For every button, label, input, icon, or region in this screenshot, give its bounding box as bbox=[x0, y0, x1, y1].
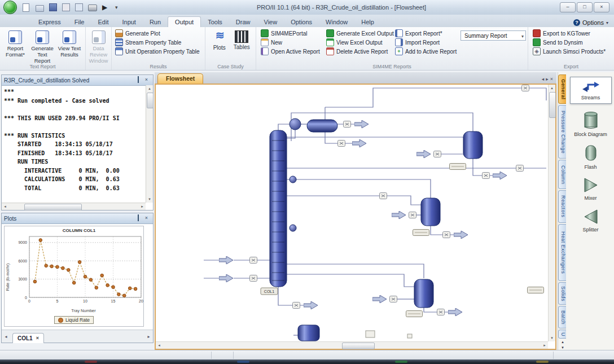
tab-help[interactable]: Help bbox=[354, 17, 381, 27]
fs-scroll-left-icon[interactable]: ◂ bbox=[156, 342, 163, 349]
flowsheet-vertical-scrollbar[interactable]: ▴ ▾ bbox=[548, 85, 555, 341]
mdi-close-icon[interactable]: × bbox=[550, 76, 553, 82]
save-icon[interactable] bbox=[49, 3, 57, 11]
import-report-button[interactable]: Import Report bbox=[395, 38, 457, 46]
generate-text-report-button[interactable]: Generate Text Report bbox=[29, 29, 55, 64]
add-to-active-report-button[interactable]: + Add to Active Report bbox=[395, 47, 457, 55]
small-unit-2[interactable] bbox=[407, 334, 412, 338]
print-icon[interactable] bbox=[88, 5, 97, 11]
palette-item-flash[interactable]: Flash bbox=[571, 144, 611, 170]
tables-button[interactable]: Tables bbox=[233, 29, 252, 51]
tab-output[interactable]: Output bbox=[168, 16, 201, 27]
flowsheet-canvas[interactable]: COL1 bbox=[156, 85, 548, 341]
side-stripper-1[interactable] bbox=[463, 131, 483, 159]
plots-close-icon[interactable]: × bbox=[142, 214, 151, 222]
scroll-down-icon[interactable]: ▾ bbox=[146, 196, 153, 203]
new-file-icon[interactable] bbox=[23, 3, 29, 12]
export-report-button[interactable]: Export Report* bbox=[395, 29, 457, 37]
tab-options[interactable]: Options bbox=[284, 17, 319, 27]
delete-active-report-button[interactable]: Delete Active Report bbox=[326, 47, 394, 55]
plots-tab-prev-icon[interactable]: ◂ bbox=[2, 334, 10, 339]
main-column[interactable]: COL1 bbox=[261, 130, 287, 295]
open-file-icon[interactable] bbox=[36, 5, 44, 12]
palette-tab-pressure-change[interactable]: Pressure Change bbox=[558, 105, 566, 159]
view-excel-output-button[interactable]: View Excel Output bbox=[326, 38, 394, 46]
report-type-select[interactable]: Summary Report ▾ bbox=[460, 30, 526, 41]
palette-tab-general[interactable]: General bbox=[558, 74, 566, 104]
fs-scroll-up-icon[interactable]: ▴ bbox=[549, 85, 555, 91]
tab-draw[interactable]: Draw bbox=[229, 17, 257, 27]
side-stripper-3[interactable] bbox=[414, 279, 433, 308]
palette-tab-solids[interactable]: Solids bbox=[558, 282, 566, 305]
plot-tab-col1[interactable]: COL1 × bbox=[12, 333, 44, 343]
fs-scroll-down-icon[interactable]: ▾ bbox=[549, 335, 555, 341]
mdi-next-icon[interactable]: ▸ bbox=[546, 76, 549, 82]
flowsheet-tab[interactable]: Flowsheet bbox=[157, 73, 203, 84]
plots-button[interactable]: ≋ Plots bbox=[210, 29, 229, 51]
options-menu[interactable]: Options bbox=[582, 19, 604, 26]
export-icon[interactable] bbox=[62, 3, 70, 11]
bottom-vessel[interactable] bbox=[298, 325, 319, 341]
tab-tools[interactable]: Tools bbox=[201, 17, 229, 27]
fs-scroll-right-icon[interactable]: ▸ bbox=[541, 342, 548, 349]
send-to-dynsim-button[interactable]: Send to Dynsim bbox=[533, 38, 609, 46]
palette-item-splitter[interactable]: Splitter bbox=[571, 209, 611, 233]
report-format-button[interactable]: Report Format* bbox=[2, 29, 28, 64]
reflux-drum[interactable] bbox=[307, 120, 337, 132]
palette-tabs-scroll-down-icon[interactable]: ▾ bbox=[558, 345, 567, 350]
palette-tab-utilities[interactable]: U bbox=[558, 330, 566, 339]
open-active-report-button[interactable]: Open Active Report bbox=[261, 47, 320, 55]
tab-file[interactable]: File bbox=[68, 17, 91, 27]
qat-dropdown-icon[interactable]: ▾ bbox=[115, 3, 123, 11]
plots-tab-next-icon[interactable]: ▸ bbox=[144, 334, 153, 339]
new-report-button[interactable]: New bbox=[261, 38, 320, 46]
scroll-left-icon[interactable]: ◂ bbox=[2, 203, 8, 210]
launch-simsci-products-button[interactable]: ◈ Launch Simsci Products* bbox=[533, 47, 609, 55]
palette-item-mixer[interactable]: Mixer bbox=[571, 177, 611, 201]
tab-edit[interactable]: Edit bbox=[91, 17, 115, 27]
pin-icon[interactable] bbox=[134, 76, 142, 84]
unit-operation-property-table-button[interactable]: Unit Operation Property Table bbox=[115, 47, 201, 55]
palette-item-streams[interactable]: Streams bbox=[570, 77, 612, 104]
group-export: Export to KGTower Send to Dynsim ◈ Launc… bbox=[528, 27, 614, 70]
tab-express[interactable]: Express bbox=[32, 17, 68, 27]
export-to-kgtower-button[interactable]: Export to KGTower bbox=[533, 29, 609, 37]
palette-item-block-diagram[interactable]: Block Diagram bbox=[571, 111, 611, 138]
output-horizontal-scrollbar[interactable]: ◂ ▸ bbox=[2, 203, 146, 210]
restore-button[interactable]: □ bbox=[577, 2, 593, 12]
small-unit[interactable] bbox=[366, 331, 375, 337]
plots-pin-icon[interactable] bbox=[134, 214, 142, 222]
tab-view[interactable]: View bbox=[257, 17, 284, 27]
palette-tab-reactors[interactable]: Reactors bbox=[558, 190, 566, 223]
sim4meportal-button[interactable]: SIM4MEPortal bbox=[261, 29, 320, 37]
palette-tab-column[interactable]: Column bbox=[558, 160, 566, 189]
minimize-button[interactable]: – bbox=[560, 2, 576, 12]
output-vertical-scrollbar[interactable]: ▴ ▾ bbox=[146, 85, 153, 203]
view-text-results-button[interactable]: View Text Results bbox=[56, 29, 82, 64]
tab-run[interactable]: Run bbox=[143, 17, 168, 27]
stream-property-table-button[interactable]: Stream Property Table bbox=[115, 38, 201, 46]
palette-tabs-scroll-up-icon[interactable]: ▴ bbox=[558, 340, 567, 344]
group-case-study: ≋ Plots Tables Case Study bbox=[205, 27, 256, 70]
scroll-right-icon[interactable]: ▸ bbox=[139, 203, 146, 210]
data-review-window-button[interactable]: Data Review Window bbox=[88, 29, 109, 64]
generate-plot-button[interactable]: Generate Plot bbox=[115, 29, 201, 37]
run-icon[interactable]: ▶ bbox=[102, 3, 110, 11]
pumparound-2[interactable] bbox=[290, 225, 296, 231]
tab-window[interactable]: Window bbox=[319, 17, 354, 27]
palette-tab-batch[interactable]: Batch bbox=[558, 306, 566, 328]
side-stripper-2[interactable] bbox=[421, 198, 440, 226]
generate-excel-output-button[interactable]: Generate Excel Output bbox=[326, 29, 394, 37]
plot-tab-close-icon[interactable]: × bbox=[36, 335, 39, 341]
pumparound-1[interactable] bbox=[290, 176, 296, 183]
help-icon[interactable]: ? bbox=[573, 19, 580, 26]
flowsheet-horizontal-scrollbar[interactable]: ◂ ▸ bbox=[156, 341, 548, 349]
mdi-prev-icon[interactable]: ◂ bbox=[542, 76, 545, 82]
import-icon[interactable] bbox=[75, 3, 83, 11]
palette-tab-heat-exchangers[interactable]: Heat Exchangers bbox=[558, 224, 566, 282]
close-panel-icon[interactable]: × bbox=[142, 76, 151, 84]
scroll-up-icon[interactable]: ▴ bbox=[146, 85, 153, 92]
condenser[interactable] bbox=[290, 119, 301, 130]
close-button[interactable]: × bbox=[594, 2, 609, 12]
tab-input[interactable]: Input bbox=[115, 17, 142, 27]
